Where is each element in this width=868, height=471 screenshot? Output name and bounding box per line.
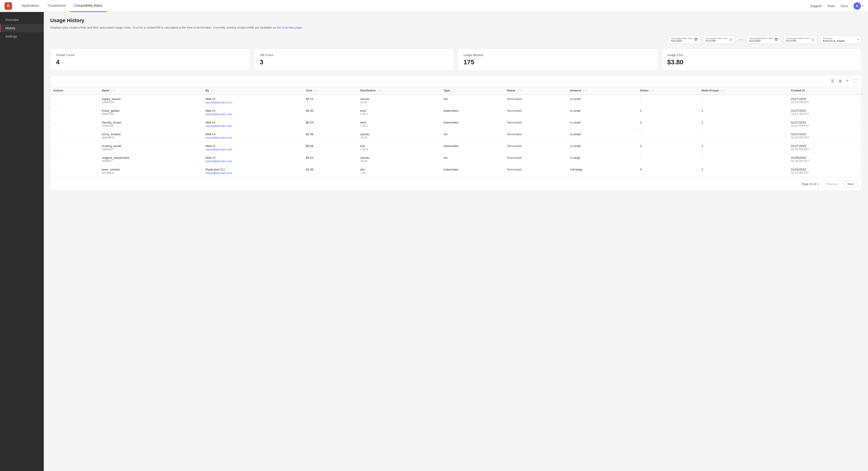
cell-actions-4[interactable]: ··· (51, 142, 99, 153)
col-nodes[interactable]: Nodes ↕ ≡ (637, 87, 699, 95)
cell-status-2: Terminated (504, 118, 567, 130)
cell-distribution-0: ubuntu 24.04 (358, 95, 441, 107)
cell-by-0: Web UI name@domain.com (203, 95, 303, 107)
terminated-before-time-input[interactable]: Terminated before time 03:19 PM 🕐 (783, 35, 817, 44)
filter-icon[interactable]: ☰ (830, 78, 835, 84)
previous-button[interactable]: Previous (823, 181, 842, 187)
cell-name-1: frosty_galileo 995b7182 (99, 107, 203, 118)
nav-team[interactable]: Team (827, 4, 835, 8)
terminated-after-date-value: 10/27/2024 (671, 40, 692, 42)
cell-actions-0[interactable]: ··· (51, 95, 99, 107)
cell-by-5: Web UI name@domain.com (203, 153, 303, 165)
cell-created-at-6: 01/02/2025 01:07 PM PST (788, 165, 861, 177)
col-cost[interactable]: Cost ↕ ≡ (303, 87, 358, 95)
col-distribution[interactable]: Distribution ↕ ≡ (358, 87, 441, 95)
history-table-container: ☰ ⊞ ≡ ⛶ Actions Name ↕ ≡ By ↕ ≡ Cost ↕ ≡… (50, 75, 862, 191)
cell-type-2: kubernetes (441, 118, 504, 130)
cell-cost-0: $0.51 (303, 95, 358, 107)
cell-status-0: Terminated (504, 95, 567, 107)
cell-actions-2[interactable]: ··· (51, 118, 99, 130)
stat-usage-minutes-value: 175 (464, 59, 652, 66)
cell-status-4: Terminated (504, 142, 567, 153)
stat-usage-minutes-label: Usage Minutes (464, 53, 652, 57)
col-status[interactable]: Status ↕ ≡ (504, 87, 567, 95)
cell-name-3: funny_lumiere de9ed87d (99, 130, 203, 142)
table-toolbar: ☰ ⊞ ≡ ⛶ (51, 76, 861, 87)
columns-icon[interactable]: ⊞ (838, 78, 843, 84)
pagination: Page [1] of 1 Previous Next (51, 177, 861, 190)
cell-created-at-4: 01/27/2025 01:03 PM PST (788, 142, 861, 153)
terminated-before-date-input[interactable]: Terminated before date 01/27/2025 📅 (747, 35, 781, 44)
cell-actions-1[interactable]: ··· (51, 107, 99, 118)
table-header-row: Actions Name ↕ ≡ By ↕ ≡ Cost ↕ ≡ Distrib… (51, 87, 861, 95)
fullscreen-icon[interactable]: ⛶ (852, 78, 858, 84)
terminated-before-time-value: 03:19 PM (786, 40, 809, 42)
history-table: Actions Name ↕ ≡ By ↕ ≡ Cost ↕ ≡ Distrib… (51, 87, 861, 177)
sidebar-item-settings[interactable]: Settings (0, 32, 44, 40)
col-created-at[interactable]: Created At ↓ (788, 87, 861, 95)
table-row: ··· keen_lumiere 4819de16 Replicated CLI… (51, 165, 861, 177)
nav-compatibility-matrix[interactable]: Compatibility Matrix (70, 0, 107, 12)
nav-support[interactable]: Support (810, 4, 822, 8)
cell-by-6: Replicated CLI name@domain.com (203, 165, 303, 177)
cell-node-groups-2: 1 (699, 118, 788, 130)
cell-cost-3: $0.56 (303, 130, 358, 142)
cell-type-0: vm (441, 95, 504, 107)
col-instance[interactable]: Instance ↕ ≡ (567, 87, 637, 95)
timezone-group: Timezone America/Los_Angeles ▾ (820, 35, 862, 44)
sidebar-item-history[interactable]: History (0, 24, 44, 32)
date-range-separator: — (739, 37, 743, 42)
terminated-after-date-input[interactable]: Terminated after date 10/27/2024 📅 (668, 35, 700, 44)
overview-link[interactable]: Overview page. (282, 26, 303, 29)
user-avatar-container[interactable]: K ▾ (854, 2, 863, 10)
chevron-down-icon-2: ▾ (858, 38, 859, 41)
calendar-icon-2: 📅 (774, 38, 778, 41)
cell-actions-3[interactable]: ··· (51, 130, 99, 142)
nav-docs[interactable]: Docs (841, 4, 848, 8)
col-node-groups[interactable]: Node Groups ↕ ≡ (699, 87, 788, 95)
page-info: Page [1] of 1 (802, 182, 819, 186)
cell-distribution-6: eks 1.31 (358, 165, 441, 177)
cell-by-4: Web UI name@domain.com (203, 142, 303, 153)
terminated-before-date-group: Terminated before date 01/27/2025 📅 (747, 35, 781, 44)
col-type[interactable]: Type ↕ ≡ (441, 87, 504, 95)
terminated-after-time-value: 03:19 PM (706, 40, 727, 42)
sidebar: Overview History Settings (0, 12, 44, 471)
timezone-select[interactable]: Timezone America/Los_Angeles ▾ (820, 35, 862, 44)
cell-type-3: vm (441, 130, 504, 142)
cell-nodes-6: 3 (637, 165, 699, 177)
sidebar-item-overview[interactable]: Overview (0, 16, 44, 24)
cell-cost-5: $0.51 (303, 153, 358, 165)
nav-troubleshoot[interactable]: Troubleshoot (43, 0, 70, 12)
next-button[interactable]: Next (844, 181, 858, 187)
nav-applications[interactable]: Applications (18, 0, 43, 12)
app-logo[interactable]: R (5, 2, 12, 10)
top-navigation: R Applications Troubleshoot Compatibilit… (0, 0, 868, 12)
stat-vm-count: VM Count 3 (254, 49, 454, 71)
cell-instance-4: r1.small (567, 142, 637, 153)
cell-status-1: Terminated (504, 107, 567, 118)
cell-nodes-3: - (637, 130, 699, 142)
col-name[interactable]: Name ↕ ≡ (99, 87, 203, 95)
cell-node-groups-1: 1 (699, 107, 788, 118)
list-icon[interactable]: ≡ (845, 78, 849, 84)
terminated-after-date-label: Terminated after date (671, 37, 692, 40)
col-by[interactable]: By ↕ ≡ (203, 87, 303, 95)
terminated-after-time-input[interactable]: Terminated after time 03:19 PM 🕐 (703, 35, 735, 44)
stats-row: Cluster Count 4 VM Count 3 Usage Minutes… (50, 49, 862, 71)
cell-actions-5[interactable]: ··· (51, 153, 99, 165)
cell-actions-6[interactable]: ··· (51, 165, 99, 177)
cell-instance-1: r1.small (567, 107, 637, 118)
stat-usage-cost-value: $3.80 (668, 59, 856, 66)
stat-usage-minutes: Usage Minutes 175 (458, 49, 658, 71)
cell-nodes-5: - (637, 153, 699, 165)
table-row: ··· friendly_brown 1f40a19e Web UI name@… (51, 118, 861, 130)
terminated-after-time-group: Terminated after time 03:19 PM 🕐 (703, 35, 735, 44)
stat-vm-count-value: 3 (260, 59, 448, 66)
stat-usage-cost-label: Usage Cost (668, 53, 856, 57)
terminated-after-time-label: Terminated after time (706, 37, 727, 40)
cell-created-at-1: 01/27/2025 03:17 PM PST (788, 107, 861, 118)
stat-cluster-count: Cluster Count 4 (50, 49, 250, 71)
cell-name-6: keen_lumiere 4819de16 (99, 165, 203, 177)
cell-status-6: Terminated (504, 165, 567, 177)
